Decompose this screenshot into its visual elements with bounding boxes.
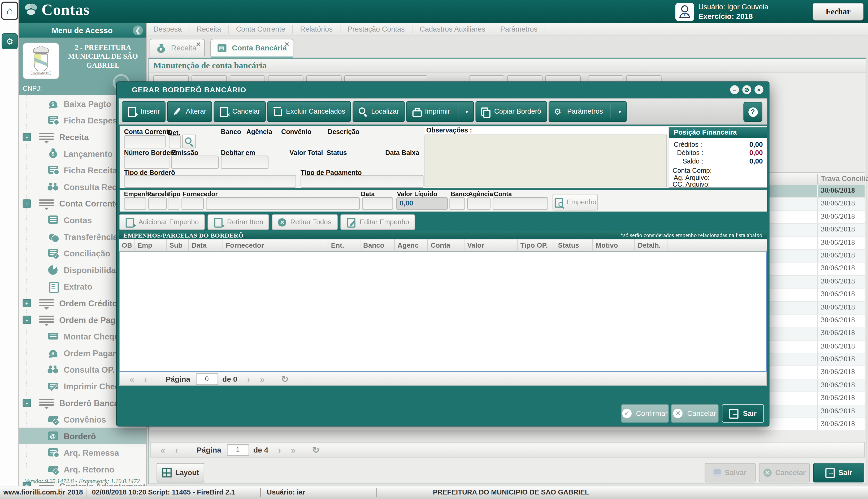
grid-column-agenc[interactable]: Agenc bbox=[395, 239, 428, 251]
menu-item-prestação-contas[interactable]: Prestação Contas bbox=[340, 25, 412, 34]
agencia-input[interactable] bbox=[467, 197, 491, 210]
toolbar-alterar-button[interactable]: Alterar bbox=[167, 101, 212, 122]
column-trava-conciliacao[interactable]: Trava Conciliação bbox=[821, 174, 868, 183]
collapse-icon[interactable]: - bbox=[23, 133, 31, 141]
menu-item-conta-corrente[interactable]: Conta Corrente bbox=[229, 25, 293, 34]
observacoes-textarea[interactable] bbox=[424, 135, 667, 187]
editar-empenho-button[interactable]: Editar Empenho bbox=[340, 215, 415, 230]
toolbar-cancelar-button[interactable]: ×Cancelar bbox=[213, 101, 265, 122]
fornecedor-name-input[interactable] bbox=[206, 197, 360, 210]
sidebar-item-border-[interactable]: @Borderô bbox=[18, 428, 146, 444]
cnpj-label: CNPJ: bbox=[23, 85, 42, 93]
collapse-icon[interactable]: - bbox=[23, 398, 31, 406]
toolbar-localizar-button[interactable]: Localizar bbox=[352, 101, 404, 122]
grid-column-tipo-op-[interactable]: Tipo OP. bbox=[518, 239, 555, 251]
page-input[interactable] bbox=[196, 373, 218, 385]
settings-button[interactable]: ⚙ bbox=[2, 33, 18, 49]
det-input[interactable] bbox=[169, 135, 181, 148]
confirm-button[interactable]: ✓ Confirmar bbox=[621, 404, 669, 423]
grid-column-ent-[interactable]: Ent. bbox=[328, 239, 360, 251]
cancel-button[interactable]: ✕ Cancelar bbox=[759, 463, 810, 482]
toolbar-imprimir-button[interactable]: Imprimir▾ bbox=[406, 101, 474, 122]
cancel-modal-button[interactable]: ✕ Cancelar bbox=[671, 404, 718, 423]
retirar-item-button[interactable]: ×Retirar Item bbox=[208, 215, 269, 230]
fornecedor-code-input[interactable] bbox=[182, 197, 203, 210]
adicionar-empenho-button[interactable]: +Adicionar Empenho bbox=[119, 215, 205, 230]
trava-conciliacao-date: 30/06/2018 bbox=[821, 419, 868, 428]
home-button[interactable]: ⌂ bbox=[1, 2, 18, 20]
valor-liquido-input[interactable]: 0,00 bbox=[396, 197, 448, 210]
refresh-icon[interactable]: ↻ bbox=[281, 374, 289, 384]
collapse-icon[interactable]: - bbox=[23, 199, 31, 207]
page-input[interactable] bbox=[227, 444, 249, 455]
grid-column-data[interactable]: Data bbox=[189, 239, 223, 251]
grid-column-motivo[interactable]: Motivo bbox=[593, 239, 635, 251]
banco-input[interactable] bbox=[449, 197, 465, 210]
first-page-icon[interactable]: « bbox=[161, 445, 165, 454]
menu-item-parâmetros[interactable]: Parâmetros bbox=[493, 25, 545, 34]
parcela-input[interactable] bbox=[148, 197, 166, 210]
empenho-input[interactable] bbox=[124, 197, 146, 210]
sidebar-item-arq-retorno[interactable]: ✓Arq. Retorno bbox=[18, 461, 146, 477]
close-tab-icon[interactable]: ✕ bbox=[196, 41, 201, 48]
tab-receita[interactable]: $ Receita ✕ bbox=[149, 39, 205, 57]
toolbar-inserir-button[interactable]: +Inserir bbox=[122, 101, 165, 122]
menu-item-despesa[interactable]: Despesa bbox=[146, 25, 189, 34]
toolbar-par-metros-button[interactable]: ⚙Parâmetros▾ bbox=[548, 101, 627, 122]
grid-column-conta[interactable]: Conta bbox=[428, 239, 464, 251]
minimize-icon[interactable]: – bbox=[730, 85, 739, 94]
menu-item-relatórios[interactable]: Relatórios bbox=[293, 25, 340, 34]
grid-column-banco[interactable]: Banco bbox=[360, 239, 395, 251]
close-modal-icon[interactable]: × bbox=[755, 85, 763, 94]
conta-input[interactable] bbox=[493, 197, 548, 210]
last-page-icon[interactable]: » bbox=[291, 445, 296, 454]
toolbar-excluir-cancelados-button[interactable]: Excluir Cancelados bbox=[267, 101, 351, 122]
last-page-icon[interactable]: » bbox=[260, 374, 264, 384]
menu-item-receita[interactable]: Receita bbox=[189, 25, 229, 34]
help-button[interactable]: ? bbox=[743, 102, 762, 122]
expand-icon[interactable]: + bbox=[23, 299, 31, 307]
close-app-button[interactable]: Fechar bbox=[813, 3, 864, 21]
refresh-icon[interactable]: ↻ bbox=[312, 445, 320, 455]
grid-column-ob[interactable]: OB bbox=[119, 239, 135, 251]
numero-bordero-input[interactable] bbox=[124, 156, 169, 169]
debitar-em-input[interactable] bbox=[221, 156, 269, 169]
save-disk-icon bbox=[714, 469, 721, 476]
next-page-icon[interactable]: › bbox=[278, 445, 281, 454]
grid-column-sub[interactable]: Sub bbox=[166, 239, 189, 251]
grid-column-emp[interactable]: Emp bbox=[135, 239, 166, 251]
tipo-bordero-input[interactable] bbox=[124, 175, 296, 188]
grid-column-fornecedor[interactable]: Fornecedor bbox=[223, 239, 328, 251]
empenho-search-button[interactable]: Empenho bbox=[553, 194, 598, 210]
layout-button[interactable]: Layout bbox=[157, 463, 204, 482]
exit-modal-button[interactable]: Sair bbox=[722, 404, 764, 423]
prev-page-icon[interactable]: ‹ bbox=[175, 445, 178, 454]
save-button[interactable]: Salvar bbox=[705, 463, 756, 482]
chevron-down-icon[interactable]: ▾ bbox=[618, 108, 621, 114]
grid-column-detalh-[interactable]: Detalh. bbox=[635, 239, 668, 251]
collapse-icon[interactable]: - bbox=[23, 315, 31, 324]
search-conta-button[interactable] bbox=[182, 135, 196, 148]
grid-body[interactable] bbox=[119, 252, 767, 372]
tab-conta-bancaria[interactable]: Conta Bancária ✕ bbox=[210, 39, 294, 57]
close-tab-icon[interactable]: ✕ bbox=[284, 41, 289, 48]
sidebar-item-arq-remessa[interactable]: Arq. Remessa bbox=[18, 444, 146, 461]
exit-button[interactable]: Sair bbox=[813, 463, 864, 482]
conta-corrente-input[interactable] bbox=[124, 135, 165, 148]
toolbar-copiar-border--button[interactable]: Copiar Borderô bbox=[475, 101, 547, 122]
retirar-todos-button[interactable]: ✕Retirar Todos bbox=[272, 215, 337, 230]
sidebar-collapse-button[interactable]: ❮ bbox=[133, 25, 143, 36]
status-site[interactable]: www.fiorilli.com.br bbox=[3, 488, 65, 496]
chevron-down-icon[interactable]: ▾ bbox=[465, 108, 468, 114]
first-page-icon[interactable]: « bbox=[129, 374, 134, 384]
emissao-input[interactable] bbox=[171, 156, 219, 169]
menu-item-cadastros-auxiliares[interactable]: Cadastros Auxiliares bbox=[412, 25, 493, 34]
data-input[interactable] bbox=[362, 197, 393, 210]
next-page-icon[interactable]: › bbox=[247, 374, 250, 384]
grid-column-status[interactable]: Status bbox=[555, 239, 593, 251]
tipo-input[interactable] bbox=[168, 197, 179, 210]
tipo-pagamento-input[interactable] bbox=[300, 175, 423, 188]
restore-icon[interactable]: ⊘ bbox=[742, 85, 751, 94]
prev-page-icon[interactable]: ‹ bbox=[144, 374, 147, 384]
grid-column-valor[interactable]: Valor bbox=[464, 239, 518, 251]
